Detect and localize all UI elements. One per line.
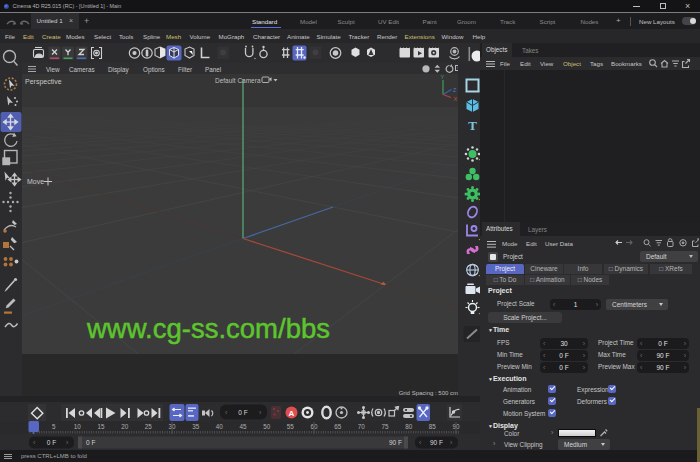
svg-text:70: 70 (358, 423, 366, 430)
svg-text:0 F: 0 F (47, 439, 56, 446)
svg-text:35: 35 (192, 423, 200, 430)
svg-text:25: 25 (145, 423, 153, 430)
svg-text:A: A (289, 409, 295, 418)
svg-text:15: 15 (97, 423, 105, 430)
svg-text:Perspective: Perspective (25, 78, 62, 86)
svg-text:www.cg-ss.com/bbs: www.cg-ss.com/bbs (86, 313, 330, 344)
svg-text:80: 80 (405, 423, 413, 430)
svg-text:Y: Y (441, 74, 445, 80)
svg-text:Move: Move (27, 178, 44, 185)
svg-text:0 F: 0 F (86, 439, 95, 446)
svg-text:45: 45 (239, 423, 247, 430)
svg-text:65: 65 (334, 423, 342, 430)
svg-text:55: 55 (287, 423, 295, 430)
svg-text:Default Camera: Default Camera (215, 77, 261, 84)
svg-text:40: 40 (216, 423, 224, 430)
svg-text:90 F: 90 F (430, 439, 443, 446)
svg-text:T: T (468, 118, 477, 133)
svg-text:5: 5 (52, 423, 56, 430)
svg-text:75: 75 (381, 423, 389, 430)
svg-text:0 F: 0 F (238, 409, 247, 416)
svg-text:90 F: 90 F (389, 439, 402, 446)
svg-text:50: 50 (263, 423, 271, 430)
svg-text:20: 20 (121, 423, 129, 430)
svg-text:85: 85 (429, 423, 437, 430)
svg-text:X: X (454, 96, 458, 102)
svg-text:10: 10 (74, 423, 82, 430)
